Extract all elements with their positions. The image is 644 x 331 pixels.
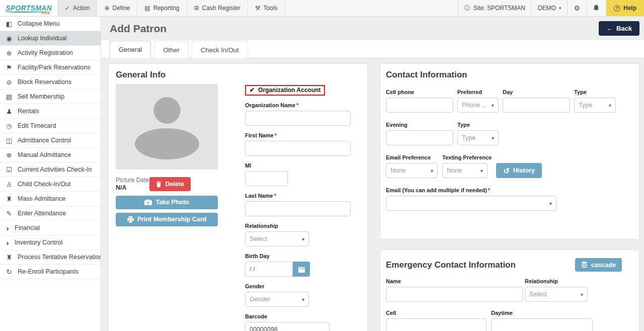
settings-button[interactable]: ⚙ [567,0,586,16]
birth-day-label: Birth Day [245,253,352,259]
preferred-select[interactable]: Phone ... ▾ [457,98,499,113]
sidebar-label: Mass Admittance [18,195,65,202]
nav-define-label: Define [112,5,130,12]
contact-information-panel: Contact Information Cell phone Preferred… [380,63,639,239]
nav-tools[interactable]: ⚒ Tools [248,0,285,16]
clipboard-check-icon: ☑ [5,166,13,174]
delete-label: Delete [165,181,184,188]
sidebar-item-sell-membership[interactable]: ▤ Sell Membership [0,90,101,104]
gender-select[interactable]: Gender ▾ [245,292,309,307]
picture-date-value: N/A [116,184,149,192]
sidebar-item-mass-admittance[interactable]: ♜ Mass Admittance [0,192,101,206]
print-membership-card-button[interactable]: Print Membership Card [116,213,218,226]
sidebar-item-child-check-in-out[interactable]: ♙ Child Check-In/Out [0,177,101,192]
evening-type-select[interactable]: Type ▾ [457,130,499,145]
day-phone-input[interactable] [503,98,570,113]
preferred-label: Preferred [457,89,499,95]
calendar-button[interactable] [293,262,310,277]
sidebar-item-process-tentative-reservations[interactable]: ♜ Process Tentative Reservations [0,250,101,265]
cascade-button[interactable]: cascade [575,258,622,272]
day-phone-label: Day [503,89,570,95]
evening-type-label: Type [457,122,499,128]
sidebar-item-rentals[interactable]: ♟ Rentals [0,104,101,119]
general-fields-column: ✔ Organization Account Organization Name… [245,84,352,331]
help-button[interactable]: ? Help [606,0,644,16]
sidebar-item-manual-admittance[interactable]: ⊕ Manual Admittance [0,148,101,162]
sidebar-item-admittance-control[interactable]: ◫ Admittance Control [0,133,101,148]
birth-day-input[interactable] [245,262,293,277]
nav-reporting-label: Reporting [153,5,180,12]
sidebar-item-re-enroll-participants[interactable]: ↻ Re-Enroll Participants [0,265,101,279]
nav-cash-register[interactable]: ⊞ Cash Register [187,0,248,16]
chevron-right-icon: › [5,238,10,247]
activity-icon: ⊛ [5,49,13,57]
organization-name-input[interactable] [245,111,351,126]
app-logo[interactable]: SPORTSMAN WEB [0,0,57,16]
last-name-input[interactable] [245,201,351,216]
emergency-relationship-select[interactable]: Select ▾ [525,287,588,302]
tab-check-in-out[interactable]: Check In/Out [192,41,248,58]
barcode-input[interactable] [245,322,330,331]
sidebar-label: Manual Admittance [18,151,71,158]
sidebar-item-edit-timecard[interactable]: ◷ Edit Timecard [0,119,101,133]
tab-general[interactable]: General [110,41,151,58]
block-icon: ⊘ [5,78,13,86]
nav-action[interactable]: ✓ Action [57,0,97,16]
cell-phone-input[interactable] [386,98,453,113]
sidebar-item-financial[interactable]: › Financial [0,221,101,235]
plus-circle-icon: ⊕ [104,5,109,12]
gear-icon: ⚙ [574,4,580,12]
notifications-button[interactable] [586,0,606,16]
history-label: History [513,167,535,174]
delete-photo-button[interactable]: Delete [149,177,191,191]
chevron-down-icon: ▾ [492,135,494,141]
email-preference-select[interactable]: None ▾ [386,163,438,178]
sidebar-label: Child Check-In/Out [18,181,71,188]
history-button[interactable]: ↺ History [496,163,542,178]
tab-other[interactable]: Other [154,41,189,58]
organization-account-checkbox[interactable]: ✔ Organization Account [245,85,325,96]
sidebar-item-collapse-menu[interactable]: ◧ Collapse Menu [0,17,101,31]
sidebar-item-block-reservations[interactable]: ⊘ Block Reservations [0,75,101,90]
day-type-select[interactable]: Type ▾ [574,98,616,113]
cell-phone-label: Cell phone [386,89,453,95]
relationship-select[interactable]: Select ▾ [245,231,309,246]
sidebar-item-activity-registration[interactable]: ⊛ Activity Registration [0,46,101,60]
history-icon: ↺ [503,167,510,175]
email-label: Email (You can add multiple if needed)* [386,187,556,193]
avatar [116,84,218,170]
back-button[interactable]: ← Back [599,21,639,36]
emergency-cell-input[interactable] [386,318,487,331]
sidebar-label: Process Tentative Reservations [18,254,101,261]
nav-define[interactable]: ⊕ Define [97,0,137,16]
emergency-name-input[interactable] [386,287,523,302]
environment-dropdown[interactable]: DEMO ▾ [531,0,568,16]
wrench-icon: ⚒ [255,5,261,12]
contact-information-heading: Contact Information [386,70,632,80]
sidebar-label: Lookup Individual [18,35,66,42]
texting-preference-select[interactable]: None ▾ [442,163,488,178]
sidebar-label: Facility/Park Reservations [18,64,91,71]
sidebar-item-enter-attendance[interactable]: ✎ Enter Attendance [0,206,101,221]
take-photo-button[interactable]: Take Photo [116,196,218,209]
barcode-label: Barcode [245,313,352,319]
email-select[interactable]: ▾ [386,196,556,211]
page-header: Add Patron ← Back [101,17,644,40]
first-name-input[interactable] [245,141,351,156]
mi-input[interactable] [245,171,288,186]
document-icon: ▤ [144,5,150,12]
evening-phone-input[interactable] [386,130,453,145]
pencil-icon: ✎ [5,210,13,217]
sidebar-item-current-activities-check-in[interactable]: ☑ Current Activities Check-In [0,162,101,177]
sidebar-label: Rentals [18,108,39,115]
sidebar-item-inventory-control[interactable]: › Inventory Control [0,235,101,250]
texting-preference-label: Texting Preference [442,154,492,160]
emergency-daytime-input[interactable] [491,318,593,331]
nav-reporting[interactable]: ▤ Reporting [137,0,186,16]
site-indicator[interactable]: ⓘ Site: SPORTSMAN [458,0,531,16]
sidebar-item-facility-park-reservations[interactable]: ⚑ Facility/Park Reservations [0,60,101,75]
back-arrow-icon: ← [606,25,613,32]
general-info-heading: General Info [116,70,360,80]
required-marker: * [296,102,298,108]
sidebar-item-lookup-individual[interactable]: ◉ Lookup Individual [0,31,101,46]
